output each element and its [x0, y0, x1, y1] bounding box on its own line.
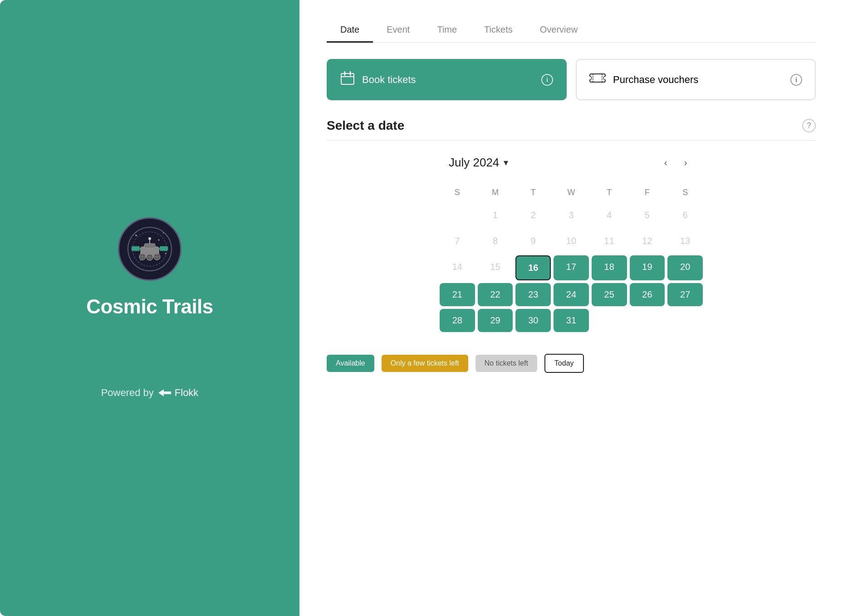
- legend-no-tickets: No tickets left: [475, 355, 537, 372]
- prev-month-button[interactable]: ‹: [657, 154, 674, 171]
- day-cell-25[interactable]: 25: [592, 283, 627, 306]
- help-icon[interactable]: ?: [802, 119, 816, 132]
- day-cell-30[interactable]: 30: [515, 309, 551, 332]
- day-cell-9: 9: [515, 230, 551, 253]
- svg-point-3: [158, 240, 160, 241]
- day-header-thu: T: [592, 184, 627, 201]
- day-header-fri: F: [630, 184, 665, 201]
- day-cell-empty-4: [667, 309, 703, 332]
- day-cell-2: 2: [515, 204, 551, 227]
- month-dropdown-icon: ▾: [504, 157, 508, 168]
- day-cell-11: 11: [592, 230, 627, 253]
- day-cell-7: 7: [440, 230, 475, 253]
- calendar-grid: S M T W T F S 1 2 3 4 5 6 7 8 9 10 11 12…: [440, 184, 703, 332]
- month-selector[interactable]: July 2024 ▾: [449, 156, 508, 170]
- powered-by-label: Powered by: [101, 387, 154, 399]
- right-panel: Date Event Time Tickets Overview Book ti…: [299, 0, 843, 616]
- app-title: Cosmic Trails: [86, 295, 213, 318]
- day-cell-13: 13: [667, 230, 703, 253]
- day-cell-31[interactable]: 31: [554, 309, 589, 332]
- svg-point-11: [148, 237, 151, 240]
- app-logo: [118, 217, 181, 281]
- left-panel: Cosmic Trails Powered by Flokk: [0, 0, 299, 616]
- day-cell-28[interactable]: 28: [440, 309, 475, 332]
- svg-rect-25: [341, 73, 354, 84]
- day-cell-29[interactable]: 29: [478, 309, 513, 332]
- brand-name: Flokk: [175, 387, 199, 399]
- day-cell-27[interactable]: 27: [667, 283, 703, 306]
- day-cell-21[interactable]: 21: [440, 283, 475, 306]
- day-cell-20[interactable]: 20: [667, 255, 703, 280]
- tab-bar: Date Event Time Tickets Overview: [327, 18, 816, 43]
- day-header-mon: M: [478, 184, 513, 201]
- svg-rect-9: [144, 244, 155, 248]
- day-cell-23[interactable]: 23: [515, 283, 551, 306]
- day-cell-22[interactable]: 22: [478, 283, 513, 306]
- day-cell-8: 8: [478, 230, 513, 253]
- day-cell-24[interactable]: 24: [554, 283, 589, 306]
- legend-no-tickets-badge: No tickets left: [475, 355, 537, 372]
- svg-rect-22: [160, 246, 168, 251]
- svg-point-30: [589, 76, 592, 80]
- legend-available: Available: [327, 355, 374, 372]
- day-cell-17[interactable]: 17: [554, 255, 589, 280]
- legend-available-badge: Available: [327, 355, 374, 372]
- day-cell-10: 10: [554, 230, 589, 253]
- voucher-icon: [589, 72, 606, 88]
- calendar-icon: [340, 71, 355, 88]
- powered-by: Powered by Flokk: [101, 387, 199, 399]
- day-cell-5: 5: [630, 204, 665, 227]
- section-header: Select a date ?: [327, 118, 816, 141]
- calendar: July 2024 ▾ ‹ › S M T W T F S 1 2 3 4 5 …: [440, 154, 703, 332]
- svg-rect-21: [132, 246, 140, 251]
- day-cell-15: 15: [478, 255, 513, 280]
- day-cell-19[interactable]: 19: [630, 255, 665, 280]
- booking-options: Book tickets i Purchase vouchers i: [327, 59, 816, 100]
- day-header-sun: S: [440, 184, 475, 201]
- purchase-vouchers-label: Purchase vouchers: [613, 74, 698, 86]
- day-cell-6: 6: [667, 204, 703, 227]
- tab-tickets[interactable]: Tickets: [471, 18, 526, 43]
- day-cell-4: 4: [592, 204, 627, 227]
- month-label: July 2024: [449, 156, 499, 170]
- day-cell-26[interactable]: 26: [630, 283, 665, 306]
- purchase-vouchers-card[interactable]: Purchase vouchers i: [576, 59, 816, 100]
- tab-date[interactable]: Date: [327, 18, 373, 43]
- day-cell-16-today[interactable]: 16: [515, 255, 551, 280]
- svg-rect-29: [590, 74, 605, 82]
- day-cell-empty-1: [440, 204, 475, 227]
- day-cell-empty-3: [630, 309, 665, 332]
- book-tickets-label: Book tickets: [362, 74, 416, 86]
- svg-point-31: [603, 76, 606, 80]
- calendar-header: July 2024 ▾ ‹ ›: [440, 154, 703, 171]
- section-title: Select a date: [327, 118, 404, 133]
- legend: Available Only a few tickets left No tic…: [327, 354, 816, 373]
- next-month-button[interactable]: ›: [677, 154, 694, 171]
- book-tickets-card[interactable]: Book tickets i: [327, 59, 567, 100]
- book-tickets-info-icon[interactable]: i: [541, 74, 553, 86]
- day-header-wed: W: [554, 184, 589, 201]
- day-header-tue: T: [515, 184, 551, 201]
- day-cell-empty-2: [592, 309, 627, 332]
- day-cell-3: 3: [554, 204, 589, 227]
- day-header-sat: S: [667, 184, 703, 201]
- calendar-nav: ‹ ›: [657, 154, 694, 171]
- day-cell-14: 14: [440, 255, 475, 280]
- flokk-logo: Flokk: [157, 387, 199, 399]
- tab-overview[interactable]: Overview: [526, 18, 591, 43]
- svg-point-5: [165, 253, 166, 254]
- tab-time[interactable]: Time: [423, 18, 471, 43]
- day-cell-12: 12: [630, 230, 665, 253]
- legend-few-left-badge: Only a few tickets left: [382, 355, 468, 372]
- svg-point-2: [163, 233, 164, 234]
- day-cell-1: 1: [478, 204, 513, 227]
- svg-point-6: [140, 260, 141, 261]
- svg-point-1: [136, 235, 137, 236]
- purchase-vouchers-info-icon[interactable]: i: [790, 74, 802, 86]
- legend-few-left: Only a few tickets left: [382, 355, 468, 372]
- legend-today-badge: Today: [544, 354, 584, 373]
- tab-event[interactable]: Event: [373, 18, 423, 43]
- legend-today: Today: [544, 354, 584, 373]
- day-cell-18[interactable]: 18: [592, 255, 627, 280]
